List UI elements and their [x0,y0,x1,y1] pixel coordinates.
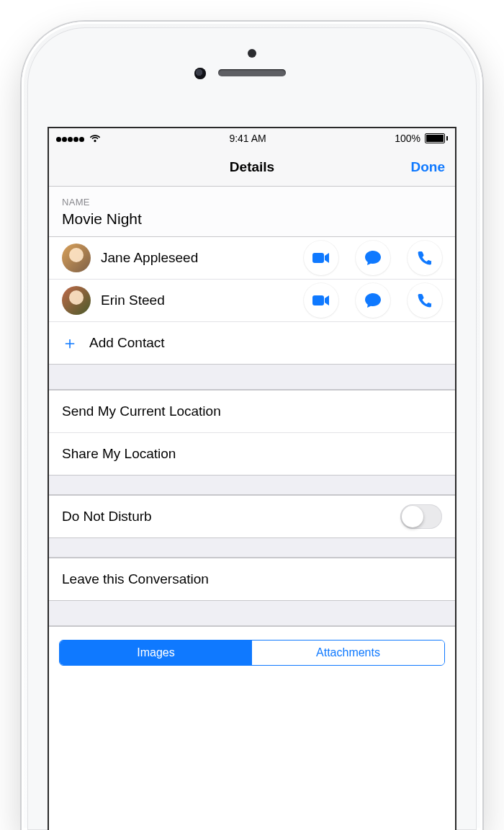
wifi-icon [89,134,101,143]
share-location-label: Share My Location [62,446,176,462]
done-button[interactable]: Done [411,148,446,186]
section-gap [49,538,455,558]
battery-icon [425,133,448,143]
avatar [62,244,91,272]
segment-images[interactable]: Images [60,641,252,665]
avatar [62,286,91,315]
svg-rect-0 [312,253,324,263]
video-call-button[interactable] [304,241,338,275]
do-not-disturb-row: Do Not Disturb [49,496,455,538]
phone-call-button[interactable] [408,241,442,275]
send-location-label: Send My Current Location [62,403,221,419]
page-title: Details [230,159,274,175]
toggle-knob [402,506,423,527]
svg-rect-1 [312,295,324,305]
share-location-button[interactable]: Share My Location [49,433,455,476]
nav-bar: Details Done [49,148,455,187]
attachments-section: Images Attachments [49,626,455,666]
contact-name: Erin Steed [101,293,287,308]
add-contact-button[interactable]: ＋ Add Contact [49,322,455,365]
send-location-button[interactable]: Send My Current Location [49,391,455,433]
signal-dots-icon [56,133,85,144]
section-gap [49,476,455,495]
battery-percent: 100% [395,133,420,144]
phone-call-button[interactable] [408,283,442,318]
plus-icon: ＋ [62,331,78,354]
status-time: 9:41 AM [229,133,266,144]
contact-row[interactable]: Jane Appleseed [49,237,455,280]
video-call-button[interactable] [304,283,338,318]
status-bar: 9:41 AM 100% [49,128,455,148]
name-header: NAME [62,191,442,209]
contact-name: Jane Appleseed [101,250,287,266]
add-contact-label: Add Contact [89,335,165,351]
leave-label: Leave this Conversation [62,571,209,587]
section-gap [49,365,455,390]
segment-attachments[interactable]: Attachments [252,641,444,665]
front-camera [194,68,206,79]
dnd-label: Do Not Disturb [62,509,152,525]
leave-conversation-button[interactable]: Leave this Conversation [49,558,455,601]
phone-frame: 9:41 AM 100% Details Done [22,22,482,830]
segmented-control: Images Attachments [59,640,445,666]
message-button[interactable] [356,283,390,318]
earpiece-speaker [218,69,286,76]
screen: 9:41 AM 100% Details Done [48,127,456,830]
dnd-toggle[interactable] [400,504,442,529]
contact-row[interactable]: Erin Steed [49,280,455,322]
group-name-field[interactable]: NAME Movie Night [49,187,455,237]
group-name-value: Movie Night [62,210,442,228]
message-button[interactable] [356,241,390,275]
section-gap [49,601,455,626]
proximity-sensor [248,49,256,58]
